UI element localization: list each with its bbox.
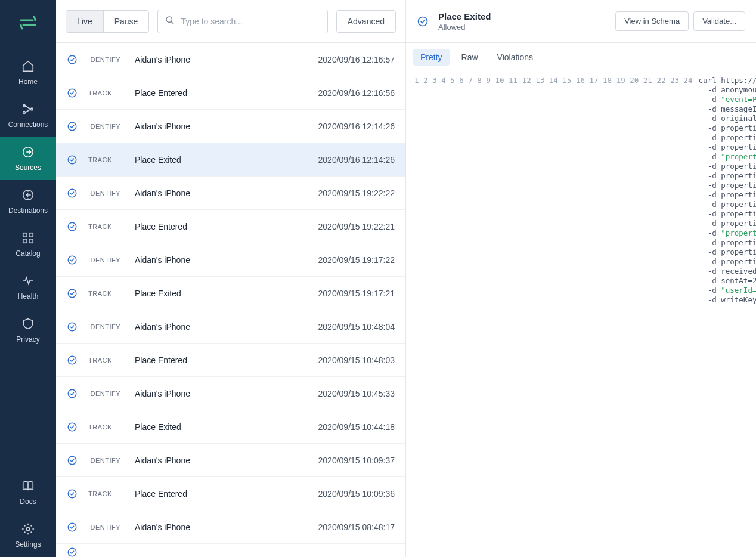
event-name: Aidan's iPhone bbox=[135, 522, 318, 532]
check-circle-icon bbox=[67, 321, 78, 332]
nav-connections[interactable]: Connections bbox=[0, 94, 56, 137]
event-time: 2020/09/15 10:48:04 bbox=[318, 322, 395, 332]
nav-label: Destinations bbox=[8, 206, 48, 215]
svg-point-11 bbox=[68, 55, 76, 64]
event-time: 2020/09/16 12:16:56 bbox=[318, 88, 395, 98]
events-pane: Live Pause Advanced IDENTIFYAidan's iPho… bbox=[56, 0, 406, 557]
tab-raw[interactable]: Raw bbox=[454, 49, 485, 66]
event-row[interactable]: IDENTIFYAidan's iPhone2020/09/16 12:16:5… bbox=[56, 43, 405, 76]
code-content[interactable]: curl https://api.segment.io/v1/track \ -… bbox=[699, 76, 756, 557]
nav-label: Docs bbox=[20, 497, 36, 506]
check-circle-icon bbox=[67, 188, 78, 199]
event-name: Place Exited bbox=[135, 155, 318, 165]
event-name: Place Exited bbox=[135, 422, 318, 432]
event-type: IDENTIFY bbox=[88, 190, 135, 197]
svg-point-24 bbox=[68, 490, 76, 498]
event-time: 2020/09/15 10:45:33 bbox=[318, 389, 395, 398]
advanced-button[interactable]: Advanced bbox=[336, 10, 396, 33]
event-row[interactable]: IDENTIFYAidan's iPhone2020/09/15 10:45:3… bbox=[56, 377, 405, 410]
book-icon bbox=[21, 479, 35, 493]
event-row[interactable]: TRACKPlace Entered2020/09/15 19:22:21 bbox=[56, 210, 405, 243]
event-row[interactable]: IDENTIFYAidan's iPhone2020/09/15 10:48:0… bbox=[56, 310, 405, 344]
nav-label: Connections bbox=[8, 120, 48, 129]
connections-icon bbox=[21, 103, 35, 116]
nav-home[interactable]: Home bbox=[0, 51, 56, 94]
catalog-icon bbox=[21, 231, 35, 245]
line-gutter: 1 2 3 4 5 6 7 8 9 10 11 12 13 14 15 16 1… bbox=[406, 76, 699, 557]
pause-button[interactable]: Pause bbox=[103, 11, 149, 32]
event-type: IDENTIFY bbox=[88, 323, 135, 330]
health-icon bbox=[21, 274, 35, 287]
event-type: TRACK bbox=[88, 290, 135, 297]
nav-destinations[interactable]: Destinations bbox=[0, 180, 56, 223]
event-type: TRACK bbox=[88, 357, 135, 364]
tab-violations[interactable]: Violations bbox=[490, 49, 540, 66]
validate-button[interactable]: Validate... bbox=[693, 11, 745, 31]
sidebar: Home Connections Sources Destinations Ca… bbox=[0, 0, 56, 557]
event-row[interactable]: TRACKPlace Exited2020/09/15 19:17:21 bbox=[56, 277, 405, 310]
search-input[interactable] bbox=[181, 17, 320, 26]
svg-point-18 bbox=[68, 289, 76, 298]
svg-point-13 bbox=[68, 122, 76, 131]
event-time: 2020/09/15 10:09:37 bbox=[318, 456, 395, 465]
event-row[interactable]: TRACKPlace Exited2020/09/15 10:44:18 bbox=[56, 410, 405, 444]
event-type: IDENTIFY bbox=[88, 524, 135, 531]
event-row[interactable]: TRACKPlace Exited2020/09/16 12:14:26 bbox=[56, 143, 405, 177]
check-circle-icon bbox=[67, 54, 78, 65]
event-time: 2020/09/15 10:09:36 bbox=[318, 489, 395, 499]
event-name: Aidan's iPhone bbox=[135, 389, 318, 398]
event-row[interactable]: TRACKPlace Entered2020/09/15 10:09:36 bbox=[56, 477, 405, 510]
home-icon bbox=[21, 60, 35, 73]
svg-point-25 bbox=[68, 523, 76, 531]
event-type: IDENTIFY bbox=[88, 256, 135, 264]
svg-point-2 bbox=[31, 108, 33, 110]
nav-health[interactable]: Health bbox=[0, 266, 56, 309]
check-circle-icon bbox=[67, 488, 78, 499]
event-row[interactable]: IDENTIFYAidan's iPhone2020/09/15 19:17:2… bbox=[56, 243, 405, 277]
nav-sources[interactable]: Sources bbox=[0, 137, 56, 180]
check-circle-icon bbox=[67, 288, 78, 299]
nav-label: Sources bbox=[15, 163, 41, 172]
check-circle-icon bbox=[67, 455, 78, 466]
segment-logo bbox=[17, 12, 39, 33]
svg-point-20 bbox=[68, 356, 76, 364]
gear-icon bbox=[21, 522, 35, 536]
event-row[interactable]: TRACKPlace Entered2020/09/16 12:16:56 bbox=[56, 76, 405, 110]
live-button[interactable]: Live bbox=[66, 11, 103, 32]
nav-catalog[interactable]: Catalog bbox=[0, 223, 56, 266]
check-circle-icon bbox=[67, 388, 78, 399]
nav-docs[interactable]: Docs bbox=[0, 471, 56, 514]
svg-rect-6 bbox=[29, 233, 33, 237]
detail-tabs: Pretty Raw Violations bbox=[406, 43, 756, 72]
nav-settings[interactable]: Settings bbox=[0, 514, 56, 557]
event-type: TRACK bbox=[88, 223, 135, 230]
search-field[interactable] bbox=[157, 10, 327, 33]
event-time: 2020/09/16 12:14:26 bbox=[318, 122, 395, 131]
event-name: Place Exited bbox=[135, 289, 318, 298]
svg-point-27 bbox=[419, 17, 427, 26]
event-row[interactable]: IDENTIFYAidan's iPhone2020/09/15 08:48:1… bbox=[56, 510, 405, 544]
event-row[interactable]: IDENTIFYAidan's iPhone2020/09/15 10:09:3… bbox=[56, 444, 405, 477]
event-type: IDENTIFY bbox=[88, 56, 135, 63]
svg-point-1 bbox=[23, 112, 26, 114]
nav-privacy[interactable]: Privacy bbox=[0, 309, 56, 352]
svg-point-9 bbox=[26, 527, 30, 531]
event-row[interactable]: IDENTIFYAidan's iPhone2020/09/16 12:14:2… bbox=[56, 110, 405, 143]
event-row[interactable]: IDENTIFYAidan's iPhone2020/09/15 19:22:2… bbox=[56, 177, 405, 210]
destinations-icon bbox=[21, 188, 35, 202]
event-type: TRACK bbox=[88, 89, 135, 97]
event-row[interactable] bbox=[56, 544, 405, 557]
toolbar: Live Pause Advanced bbox=[56, 0, 405, 43]
event-name: Place Entered bbox=[135, 489, 318, 499]
sources-icon bbox=[21, 146, 35, 159]
svg-rect-7 bbox=[23, 239, 27, 243]
svg-point-17 bbox=[68, 256, 76, 264]
event-row[interactable]: TRACKPlace Entered2020/09/15 10:48:03 bbox=[56, 344, 405, 377]
svg-point-10 bbox=[166, 17, 172, 22]
event-name: Aidan's iPhone bbox=[135, 255, 318, 265]
event-list[interactable]: IDENTIFYAidan's iPhone2020/09/16 12:16:5… bbox=[56, 43, 405, 557]
check-circle-icon bbox=[67, 88, 78, 98]
view-schema-button[interactable]: View in Schema bbox=[615, 11, 689, 31]
event-type: IDENTIFY bbox=[88, 123, 135, 130]
tab-pretty[interactable]: Pretty bbox=[413, 49, 450, 66]
